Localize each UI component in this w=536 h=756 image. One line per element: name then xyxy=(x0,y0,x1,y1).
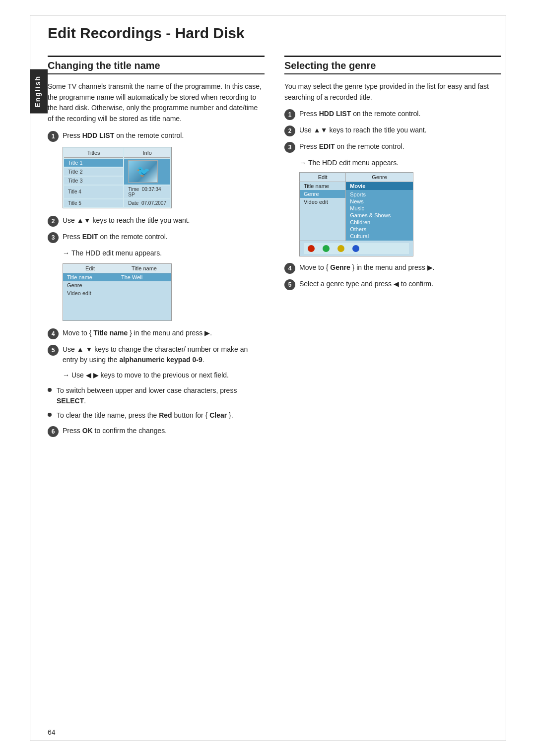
genre-table: Edit Genre Title name Movie Sports News … xyxy=(299,172,413,256)
btn-blue xyxy=(352,245,359,252)
step-text-r1: Press HDD LIST on the remote control. xyxy=(299,109,501,119)
genre-others: Others xyxy=(350,226,409,233)
titles-table: Titles Info Title 1 🐦 Title 2 Title 3 Ti… xyxy=(63,147,172,208)
step-text-3: Press EDIT on the remote control. xyxy=(63,232,265,242)
edit-videoedit-value xyxy=(117,289,172,297)
step-num-1: 1 xyxy=(48,131,59,142)
step-5-right: 5 Select a genre type and press ◀ to con… xyxy=(284,279,501,290)
edit-titlename-row: Title name xyxy=(300,182,346,190)
step-5-sub: Use ◀ ▶ keys to move to the previous or … xyxy=(63,370,265,380)
title-image: 🐦 xyxy=(124,159,170,185)
intro-text-right: You may select the genre type provided i… xyxy=(284,81,501,103)
genre-music: Music xyxy=(350,205,409,212)
step-3-right: 3 Press EDIT on the remote control. xyxy=(284,141,501,153)
title-row-3: Title 3 xyxy=(64,177,123,185)
step-text-6: Press OK to confirm the changes. xyxy=(63,426,265,436)
edit-header: Edit xyxy=(300,173,346,182)
step-text-4: Move to { Title name } in the menu and p… xyxy=(63,328,265,338)
step-text-5: Use ▲ ▼ keys to change the character/ nu… xyxy=(63,344,265,365)
step-num-3: 3 xyxy=(48,232,59,243)
step-3-left: 3 Press EDIT on the remote control. xyxy=(48,232,265,243)
empty-row-1 xyxy=(63,297,172,305)
edit-empty-5 xyxy=(300,234,346,241)
bullet-1: To switch between upper and lower case c… xyxy=(48,385,265,406)
step-num-2: 2 xyxy=(48,216,59,227)
step-num-5: 5 xyxy=(48,345,59,356)
empty-row-2 xyxy=(63,305,172,313)
circle-buttons-row xyxy=(300,241,413,256)
step-text-r2: Use ▲▼ keys to reach the title you want. xyxy=(299,125,501,135)
step-6-left: 6 Press OK to confirm the changes. xyxy=(48,426,265,437)
edit-empty-2 xyxy=(300,213,346,220)
bullet-text-1: To switch between upper and lower case c… xyxy=(57,385,265,406)
edit-row-genre: Genre xyxy=(63,281,118,289)
edit-row-videoedit: Video edit xyxy=(63,289,118,297)
btn-yellow xyxy=(337,245,344,252)
step-4-right: 4 Move to { Genre } in the menu and pres… xyxy=(284,262,501,274)
edit-videoedit-row: Video edit xyxy=(300,198,346,206)
step-text-1: Press HDD LIST on the remote control. xyxy=(63,130,265,141)
step-num-6: 6 xyxy=(48,426,59,437)
page-border-top xyxy=(30,15,506,15)
step-num-r1: 1 xyxy=(284,109,295,120)
step-num-4: 4 xyxy=(48,328,59,339)
bullet-2: To clear the title name, press the Red b… xyxy=(48,410,265,421)
empty-row-3 xyxy=(63,313,172,321)
step-1-left: 1 Press HDD LIST on the remote control. xyxy=(48,130,265,142)
genre-children: Children xyxy=(350,219,409,226)
page-border-left xyxy=(30,15,30,741)
bullet-dot-2 xyxy=(48,413,52,417)
step-num-r2: 2 xyxy=(284,126,295,136)
time-info: Time 00:37:34 SP xyxy=(124,186,170,198)
step-5-left: 5 Use ▲ ▼ keys to change the character/ … xyxy=(48,344,265,365)
step-text-r4: Move to { Genre } in the menu and press … xyxy=(299,262,501,273)
title-row-4: Title 4 xyxy=(64,186,123,198)
titlename-col-header: Title name xyxy=(117,263,172,273)
step-3-right-sub: The HDD edit menu appears. xyxy=(299,158,501,168)
page-border-right xyxy=(506,15,506,741)
step-num-r5: 5 xyxy=(284,279,295,290)
edit-empty-1 xyxy=(300,206,346,213)
step-num-r3: 3 xyxy=(284,142,295,153)
genre-news: News xyxy=(350,198,409,205)
edit-empty-3 xyxy=(300,220,346,227)
page-border-bottom xyxy=(30,741,506,741)
title-row-2: Title 2 xyxy=(64,168,123,176)
step-text-r5: Select a genre type and press ◀ to confi… xyxy=(299,279,501,289)
page-number: 64 xyxy=(48,728,56,736)
btn-red xyxy=(308,245,315,252)
step-2-right: 2 Use ▲▼ keys to reach the title you wan… xyxy=(284,125,501,136)
right-column: Selecting the genre You may select the g… xyxy=(284,56,501,295)
bullet-text-2: To clear the title name, press the Red b… xyxy=(57,410,233,421)
genre-sports: Sports xyxy=(350,191,409,198)
edit-title-value: The Well xyxy=(117,273,172,281)
edit-row-titlename: Title name xyxy=(63,273,118,281)
title-row-5: Title 5 xyxy=(64,199,123,207)
edit-col-header: Edit xyxy=(63,263,118,273)
edit-empty-4 xyxy=(300,227,346,234)
title-row-1: Title 1 xyxy=(64,159,123,167)
genre-games-shows: Games & Shows xyxy=(350,212,409,219)
step-1-right: 1 Press HDD LIST on the remote control. xyxy=(284,109,501,120)
edit-genre-row-highlighted: Genre xyxy=(300,190,346,198)
left-column: Changing the title name Some TV channels… xyxy=(48,56,265,442)
genre-movie: Movie xyxy=(346,182,413,190)
titles-col-header: Titles xyxy=(64,148,123,158)
main-title: Edit Recordings - Hard Disk xyxy=(48,25,501,42)
edit-table: Edit Title name Title name The Well Genr… xyxy=(63,263,172,321)
step-text-2: Use ▲▼ keys to reach the title you want. xyxy=(63,215,265,226)
intro-text-left: Some TV channels transmit the name of th… xyxy=(48,81,265,125)
step-2-left: 2 Use ▲▼ keys to reach the title you wan… xyxy=(48,215,265,227)
btn-green xyxy=(323,245,330,252)
step-4-left: 4 Move to { Title name } in the menu and… xyxy=(48,328,265,339)
bullet-dot-1 xyxy=(48,388,52,392)
step-num-r4: 4 xyxy=(284,263,295,274)
edit-genre-value xyxy=(117,281,172,289)
info-col-header: Info xyxy=(124,148,170,158)
left-section-heading: Changing the title name xyxy=(48,56,265,74)
date-info: Date 07.07.2007 xyxy=(124,199,170,207)
language-tab: English xyxy=(30,69,48,114)
genre-cultural: Cultural xyxy=(350,233,409,240)
step-3-sub: The HDD edit menu appears. xyxy=(63,248,265,258)
genre-header: Genre xyxy=(346,173,413,182)
